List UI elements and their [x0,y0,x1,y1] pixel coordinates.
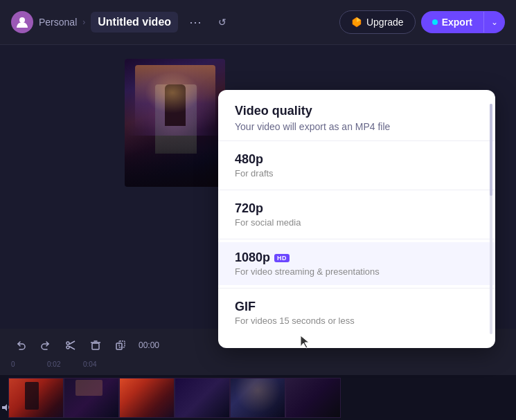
diamond-icon [351,17,362,28]
timeline-redo-button[interactable] [36,336,55,355]
filmstrip-frame [8,378,64,418]
dropdown-scrollbar[interactable] [490,104,492,334]
quality-option-480p-desc: For drafts [235,168,479,179]
dropdown-header: Video quality Your video will export as … [218,104,495,138]
quality-option-1080p-desc: For video streaming & presentations [235,266,479,277]
timeline-undo-button[interactable] [11,336,30,355]
topbar: Personal › Untitled video ⋯ ↺ Upgrade Ex… [0,0,516,45]
divider [218,140,495,141]
svg-point-5 [66,346,69,349]
export-label: Export [442,17,472,28]
video-title[interactable]: Untitled video [91,12,178,33]
filmstrip-frame [175,378,230,418]
cut-button[interactable] [61,336,80,355]
export-button-group: Export ⌄ [421,11,505,33]
svg-rect-11 [116,343,122,349]
avatar [11,11,33,33]
delete-button[interactable] [86,336,105,355]
breadcrumb-chevron-icon: › [82,17,85,27]
volume-icon [1,403,11,412]
svg-line-6 [69,341,75,345]
divider [218,190,495,190]
export-chevron-button[interactable]: ⌄ [483,12,505,33]
upgrade-label: Upgrade [366,17,404,28]
time-display: 00:00 [139,340,159,350]
hd-badge: HD [274,254,290,262]
quality-option-480p-name: 480p [235,152,479,167]
filmstrip-frame [230,378,285,418]
more-options-button[interactable]: ⋯ [184,12,207,33]
quality-option-480p[interactable]: 480p For drafts [218,144,495,187]
export-dot-icon [432,19,438,25]
ruler-mark-2: 0:04 [83,360,118,368]
svg-rect-8 [92,343,99,349]
upgrade-button[interactable]: Upgrade [339,10,416,34]
divider [218,239,495,239]
svg-point-0 [19,17,25,23]
ruler-mark-1: 0:02 [47,360,82,368]
dropdown-subtitle: Your video will export as an MP4 file [235,121,479,132]
quality-option-720p-name: 720p [235,201,479,216]
filmstrip [0,375,516,420]
timeline-ruler: 0 0:02 0:04 [11,358,505,371]
dropdown-title: Video quality [235,104,479,118]
quality-dropdown: Video quality Your video will export as … [218,90,495,348]
divider [218,288,495,289]
svg-line-7 [69,347,75,350]
svg-marker-13 [2,404,7,411]
quality-option-1080p[interactable]: 1080p HD For video streaming & presentat… [218,242,495,285]
scrollbar-thumb [490,104,492,196]
filmstrip-frame [119,378,175,418]
filmstrip-frame [285,378,341,418]
video-thumbnail [125,59,225,187]
svg-point-4 [66,342,69,345]
quality-option-gif-name: GIF [235,300,479,314]
ruler-mark-0: 0 [11,360,46,368]
quality-option-720p[interactable]: 720p For social media [218,193,495,236]
video-thumbnail-inner [125,59,225,187]
quality-option-gif-desc: For videos 15 seconds or less [235,316,479,326]
filmstrip-frame [64,378,119,418]
main-area: 00:00 0 0:02 0:04 [0,45,516,420]
duplicate-button[interactable] [111,336,130,355]
quality-option-1080p-name: 1080p HD [235,250,479,265]
quality-option-720p-desc: For social media [235,217,479,228]
undo-topbar-icon: ↺ [213,14,232,30]
export-main-button[interactable]: Export [421,11,483,33]
quality-option-gif[interactable]: GIF For videos 15 seconds or less [218,291,495,334]
workspace-label: Personal [39,17,77,28]
